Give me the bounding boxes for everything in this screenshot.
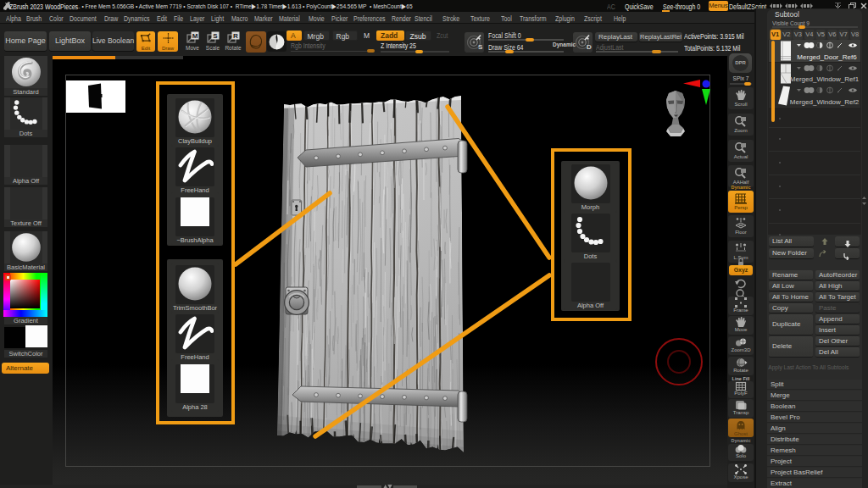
svg-text:S: S — [213, 32, 218, 40]
svg-text:S: S — [478, 43, 483, 51]
svg-text:R: R — [233, 32, 238, 40]
svg-text:M: M — [192, 32, 198, 40]
svg-text:D: D — [587, 43, 592, 51]
